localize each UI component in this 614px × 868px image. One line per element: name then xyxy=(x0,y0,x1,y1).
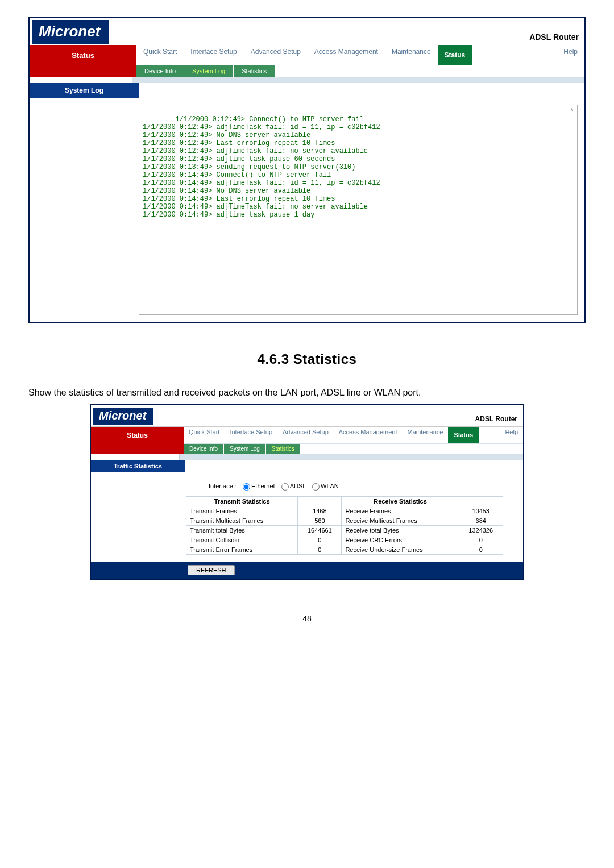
stats-table: Transmit Statistics Receive Statistics T… xyxy=(186,496,503,555)
nav-interface-setup-2[interactable]: Interface Setup xyxy=(225,427,277,443)
subnav-statistics[interactable]: Statistics xyxy=(234,65,275,77)
nav-help[interactable]: Help xyxy=(557,45,584,65)
table-row: Transmit total Bytes 1644661 Receive tot… xyxy=(186,525,503,535)
nav-advanced-setup[interactable]: Advanced Setup xyxy=(244,45,308,65)
th-transmit: Transmit Statistics xyxy=(186,496,298,506)
nav-access-management-2[interactable]: Access Management xyxy=(334,427,403,443)
refresh-button[interactable]: REFRESH xyxy=(188,565,235,575)
brand-logo-2: Micronet xyxy=(93,408,153,425)
nav-help-2[interactable]: Help xyxy=(500,427,523,443)
nav-maintenance[interactable]: Maintenance xyxy=(385,45,438,65)
brand-bar-2: Micronet ADSL Router xyxy=(91,405,523,426)
router-label: ADSL Router xyxy=(529,32,579,44)
nav-maintenance-2[interactable]: Maintenance xyxy=(402,427,448,443)
panel-title-system-log: System Log xyxy=(30,83,139,98)
subnav-statistics-2[interactable]: Statistics xyxy=(266,444,301,454)
interface-selector: Interface : Ethernet ADSL WLAN xyxy=(209,483,516,491)
nav-quick-start-2[interactable]: Quick Start xyxy=(184,427,225,443)
screenshot-system-log: Micronet ADSL Router Status Quick Start … xyxy=(28,17,586,323)
subnav-device-info[interactable]: Device Info xyxy=(136,65,184,77)
th-receive-val xyxy=(459,496,503,506)
screenshot-traffic-stats: Micronet ADSL Router Status Quick Start … xyxy=(90,404,524,580)
nav-status-2[interactable]: Status xyxy=(91,427,184,454)
radio-ethernet-label[interactable]: Ethernet xyxy=(238,483,275,489)
radio-ethernet[interactable] xyxy=(243,483,250,491)
nav-status-active-2[interactable]: Status xyxy=(448,427,479,443)
section-heading: 4.6.3 Statistics xyxy=(28,351,586,367)
refresh-bar: REFRESH xyxy=(91,562,523,579)
brand-logo: Micronet xyxy=(32,20,109,44)
th-transmit-val xyxy=(298,496,342,506)
table-row: Transmit Frames 1468 Receive Frames 1045… xyxy=(186,506,503,516)
radio-wlan-label[interactable]: WLAN xyxy=(308,483,339,489)
brand-bar: Micronet ADSL Router xyxy=(30,18,584,45)
radio-adsl[interactable] xyxy=(281,483,289,491)
th-receive: Receive Statistics xyxy=(342,496,459,506)
nav-access-management[interactable]: Access Management xyxy=(308,45,385,65)
subnav-system-log[interactable]: System Log xyxy=(184,65,234,77)
table-row: Transmit Multicast Frames 560 Receive Mu… xyxy=(186,516,503,525)
router-label-2: ADSL Router xyxy=(475,415,517,425)
subnav-system-log-2[interactable]: System Log xyxy=(224,444,266,454)
subnav-device-info-2[interactable]: Device Info xyxy=(184,444,224,454)
nav-quick-start[interactable]: Quick Start xyxy=(136,45,184,65)
top-nav-2: Status Quick Start Interface Setup Advan… xyxy=(91,426,523,454)
system-log-content: 1/1/2000 0:12:49> Connect() to NTP serve… xyxy=(143,115,380,219)
page-number: 48 xyxy=(28,614,586,623)
scroll-up-icon[interactable]: ∧ xyxy=(568,106,576,114)
radio-wlan[interactable] xyxy=(312,483,320,491)
nav-status-active[interactable]: Status xyxy=(438,45,472,65)
nav-advanced-setup-2[interactable]: Advanced Setup xyxy=(277,427,334,443)
interface-label: Interface : xyxy=(209,483,237,489)
radio-adsl-label[interactable]: ADSL xyxy=(277,483,306,489)
table-row: Transmit Collision 0 Receive CRC Errors … xyxy=(186,535,503,545)
section-paragraph: Show the statistics of transmitted and r… xyxy=(28,384,586,401)
nav-status[interactable]: Status xyxy=(30,45,136,77)
nav-interface-setup[interactable]: Interface Setup xyxy=(184,45,243,65)
panel-title-traffic: Traffic Statistics xyxy=(91,460,185,472)
system-log-textarea[interactable]: ∧1/1/2000 0:12:49> Connect() to NTP serv… xyxy=(139,105,578,315)
table-row: Transmit Error Frames 0 Receive Under-si… xyxy=(186,545,503,554)
top-nav: Status Quick Start Interface Setup Advan… xyxy=(30,45,584,77)
